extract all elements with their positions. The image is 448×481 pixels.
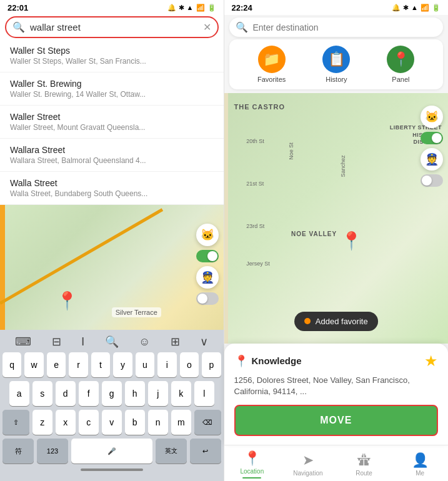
key-y[interactable]: y [113, 352, 132, 377]
nav-underline [242, 477, 261, 479]
status-bar-left: 22:01 🔔 ✱ ▲ 📶 🔋 [0, 0, 224, 15]
suggestion-item[interactable]: Walla Street Walla Street, Bundaberg Sou… [0, 172, 224, 205]
notification-icon-r: 🔔 [392, 4, 401, 12]
home-indicator[interactable] [81, 469, 143, 471]
suggestion-item[interactable]: Waller St Steps Waller St Steps, Waller … [0, 39, 224, 72]
key-123[interactable]: 123 [37, 439, 68, 464]
key-m[interactable]: m [171, 410, 191, 435]
kb-icon-6[interactable]: ⊞ [171, 335, 180, 349]
key-chinese[interactable]: 符 [2, 439, 34, 464]
key-g[interactable]: g [102, 381, 122, 406]
toggle-2[interactable] [196, 292, 219, 305]
police-icon-btn-r[interactable]: 👮 [421, 148, 443, 171]
nav-item-me[interactable]: 👤 Me [392, 452, 448, 477]
favorites-label: Favorites [257, 76, 286, 83]
suggestion-item[interactable]: Waller St. Brewing Waller St. Brewing, 1… [0, 72, 224, 106]
suggestion-subtitle: Waller St. Brewing, 14 Waller St, Ottaw.… [10, 90, 214, 99]
toggle-r1[interactable] [421, 132, 443, 144]
move-button[interactable]: MOVE [234, 405, 439, 436]
notification-icon: 🔔 [167, 4, 176, 12]
key-p[interactable]: p [202, 352, 221, 377]
key-c[interactable]: c [79, 410, 99, 435]
search-bar-right[interactable]: 🔍 [229, 17, 444, 37]
clear-icon[interactable]: ✕ [203, 21, 211, 33]
destination-input[interactable] [253, 22, 437, 32]
toggle-1[interactable] [196, 250, 219, 262]
time-left: 22:01 [7, 3, 28, 12]
me-nav-label: Me [416, 470, 424, 477]
toast-added-favorite: Added favorite [294, 312, 378, 331]
signal-icon: 📶 [196, 4, 205, 12]
key-r[interactable]: r [69, 352, 87, 377]
kb-icon-4[interactable]: 🔍 [105, 335, 119, 349]
toggle-r2[interactable] [421, 174, 443, 187]
key-space[interactable]: 🎤 [71, 439, 152, 464]
suggestion-subtitle: Waller Street, Mount Gravatt Queensla... [10, 123, 214, 132]
key-j[interactable]: j [148, 381, 168, 406]
status-bar-right: 22:24 🔔 ✱ ▲ 📶 🔋 [224, 0, 449, 15]
key-o[interactable]: o [180, 352, 199, 377]
key-a[interactable]: a [9, 381, 29, 406]
key-l[interactable]: l [194, 381, 214, 406]
favorites-icon: 📁 [263, 51, 280, 67]
toast-text: Added favorite [316, 317, 368, 326]
quick-icon-panel[interactable]: 📍 Panel [387, 46, 414, 83]
key-return[interactable]: ↩ [190, 439, 221, 464]
key-i[interactable]: i [157, 352, 176, 377]
road-vertical [0, 205, 5, 330]
bottom-bar-left [0, 464, 224, 476]
battery-icon: 🔋 [207, 4, 216, 12]
history-label: History [326, 76, 347, 83]
map-right: THE CASTRO LIBERTY STREETHISTORICDISTRIC… [224, 93, 449, 344]
map-background-left: Silver Terrace 📍 🐱 👮 [0, 205, 224, 330]
key-w[interactable]: w [24, 352, 43, 377]
location-nav-label: Location [240, 468, 264, 475]
me-nav-icon: 👤 [412, 452, 429, 469]
key-q[interactable]: q [2, 352, 21, 377]
key-n[interactable]: n [148, 410, 168, 435]
card-header: 📍 Knowledge ★ [234, 352, 439, 370]
nav-item-location[interactable]: 📍 Location [224, 450, 281, 479]
avatar-icon-btn[interactable]: 🐱 [196, 224, 219, 246]
keyboard-row-4: 符 123 🎤 英文 ↩ [2, 439, 221, 464]
avatar-icon-btn-r[interactable]: 🐱 [421, 106, 443, 128]
key-t[interactable]: t [91, 352, 110, 377]
key-v[interactable]: v [102, 410, 122, 435]
kb-icon-3[interactable]: Ⅰ [81, 335, 84, 349]
key-s[interactable]: s [32, 381, 52, 406]
key-h[interactable]: h [125, 381, 145, 406]
kb-icon-5[interactable]: ☺ [139, 335, 150, 349]
key-d[interactable]: d [56, 381, 76, 406]
suggestion-item[interactable]: Waller Street Waller Street, Mount Grava… [0, 106, 224, 139]
quick-icon-history[interactable]: 📋 History [322, 46, 350, 83]
kb-icon-1[interactable]: ⌨ [15, 335, 31, 349]
key-u[interactable]: u [136, 352, 154, 377]
police-icon-btn[interactable]: 👮 [196, 266, 219, 289]
pin-icon-green: 📍 [234, 354, 248, 368]
search-input[interactable] [30, 22, 198, 32]
street-label-sanchez: Sanchez [339, 156, 346, 177]
road-diagonal [0, 208, 163, 304]
keyboard-area: ⌨ ⊟ Ⅰ 🔍 ☺ ⊞ ∨ q w e r t y u i o p [0, 330, 224, 481]
star-icon[interactable]: ★ [424, 352, 438, 370]
bluetooth-icon: ✱ [179, 4, 184, 12]
key-shift[interactable]: ⇧ [2, 410, 29, 435]
key-k[interactable]: k [171, 381, 191, 406]
toast-dot [304, 318, 311, 324]
key-english[interactable]: 英文 [156, 439, 187, 464]
quick-icon-favorites[interactable]: 📁 Favorites [257, 46, 286, 83]
key-e[interactable]: e [47, 352, 66, 377]
suggestion-item[interactable]: Wallara Street Wallara Street, Balmoral … [0, 139, 224, 172]
kb-icon-7[interactable]: ∨ [200, 335, 208, 349]
battery-icon-r: 🔋 [432, 4, 441, 12]
key-b[interactable]: b [125, 410, 145, 435]
key-z[interactable]: z [32, 410, 52, 435]
key-x[interactable]: x [56, 410, 76, 435]
key-backspace[interactable]: ⌫ [194, 410, 221, 435]
card-address: 1256, Dolores Street, Noe Valley, San Fr… [234, 375, 439, 397]
nav-item-navigation[interactable]: ➤ Navigation [280, 452, 336, 477]
key-f[interactable]: f [79, 381, 99, 406]
kb-icon-2[interactable]: ⊟ [52, 335, 61, 349]
suggestion-title: Waller St. Brewing [10, 79, 214, 89]
nav-item-route[interactable]: 🛣 Route [336, 452, 392, 477]
